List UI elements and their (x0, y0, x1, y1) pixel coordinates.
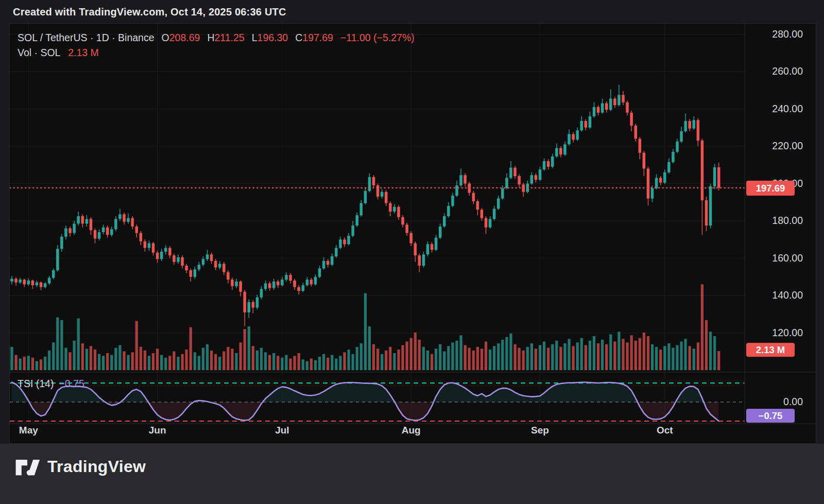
chart-canvas[interactable] (10, 24, 817, 444)
chart-frame: SOL / TetherUS · 1D · BinanceO208.69H211… (9, 23, 816, 444)
last-volume-badge: 2.13 M (746, 343, 795, 357)
close-label: C (295, 32, 302, 43)
open-value: 208.69 (169, 32, 200, 43)
tsi-name[interactable]: TSI (14) (18, 378, 54, 389)
price-tick-260: 260.00 (742, 65, 803, 77)
tsi-current-value: −0.75 (59, 378, 84, 389)
price-tick-180: 180.00 (742, 215, 803, 227)
price-tick-160: 160.00 (742, 252, 803, 264)
change-value: −11.00 (−5.27%) (340, 32, 415, 43)
high-value: 211.25 (214, 32, 244, 43)
created-with-text: Created with TradingView.com, Oct 14, 20… (13, 6, 286, 18)
price-tick-240: 240.00 (742, 103, 803, 115)
tradingview-snapshot: Created with TradingView.com, Oct 14, 20… (0, 0, 824, 504)
tsi-zero-tick: 0.00 (742, 396, 803, 408)
last-price-badge: 197.69 (746, 181, 795, 196)
tsi-value-badge: −0.75 (746, 409, 795, 423)
tradingview-logo-icon (14, 455, 40, 478)
tradingview-logo-text: TradingView (47, 457, 146, 476)
open-label: O (162, 32, 169, 43)
price-tick-120: 120.00 (742, 327, 803, 339)
close-value: 197.69 (302, 32, 333, 43)
high-label: H (207, 32, 214, 43)
month-label-jun: Jun (149, 425, 166, 436)
price-tick-220: 220.00 (742, 140, 803, 152)
symbol-title[interactable]: SOL / TetherUS · 1D · Binance (18, 32, 154, 43)
month-label-jul: Jul (275, 425, 289, 436)
volume-value: 2.13 M (68, 47, 99, 58)
price-tick-280: 280.00 (742, 28, 803, 40)
legend-main-row: SOL / TetherUS · 1D · BinanceO208.69H211… (18, 30, 415, 45)
legend: SOL / TetherUS · 1D · BinanceO208.69H211… (18, 30, 415, 60)
volume-title[interactable]: Vol · SOL (18, 47, 60, 58)
low-label: L (252, 32, 258, 43)
legend-volume-row: Vol · SOL 2.13 M (18, 45, 415, 60)
tsi-indicator-label: TSI (14)−0.75 (18, 378, 84, 390)
footer-bar: TradingView (0, 444, 824, 504)
month-label-oct: Oct (657, 425, 673, 436)
price-tick-140: 140.00 (742, 289, 803, 301)
month-label-sep: Sep (531, 425, 549, 436)
low-value: 196.30 (258, 32, 288, 43)
tradingview-logo[interactable]: TradingView (14, 455, 146, 478)
month-label-may: May (19, 425, 38, 436)
month-label-aug: Aug (402, 425, 421, 436)
